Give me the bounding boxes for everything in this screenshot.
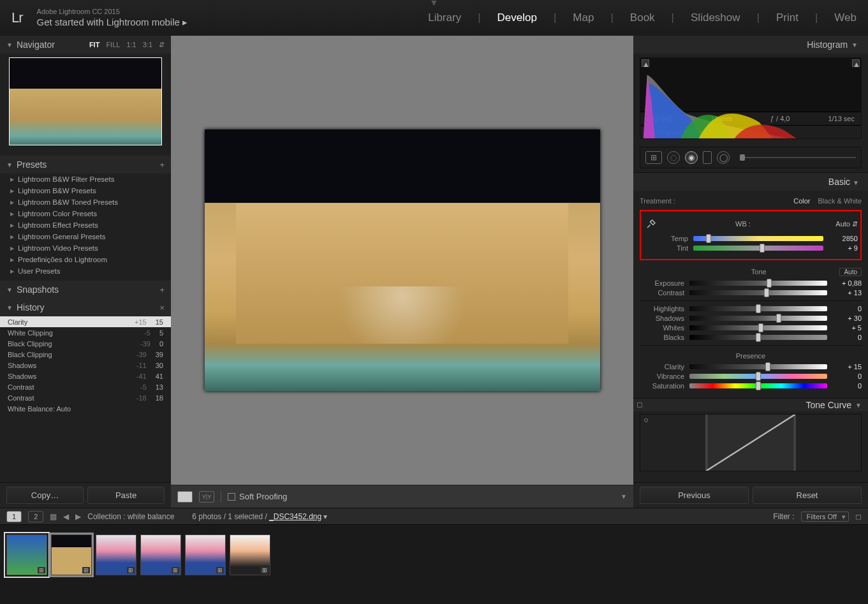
next-photo-icon[interactable]: ▶ xyxy=(75,512,81,521)
clarity-slider[interactable] xyxy=(689,364,827,369)
histogram-canvas[interactable]: ▲ ▲ xyxy=(640,58,861,112)
zoom-FIT[interactable]: FIT xyxy=(89,41,100,49)
module-map[interactable]: Map xyxy=(573,11,594,24)
clear-history-icon[interactable]: × xyxy=(159,303,165,313)
navigator-preview[interactable] xyxy=(9,57,162,145)
blacks-slider[interactable] xyxy=(689,335,827,340)
paste-button[interactable]: Paste xyxy=(87,487,165,504)
spot-tool-icon[interactable]: ◌ xyxy=(667,151,680,164)
preset-folder[interactable]: ▶Predefinições do Lightroom xyxy=(4,254,167,265)
tint-slider[interactable] xyxy=(693,246,823,251)
copy-button[interactable]: Copy… xyxy=(6,487,84,504)
filename[interactable]: _DSC3452.dng xyxy=(269,512,321,521)
image-viewport[interactable] xyxy=(171,36,633,485)
clarity-value[interactable]: + 15 xyxy=(832,363,862,371)
add-preset-icon[interactable]: + xyxy=(159,160,165,170)
history-row[interactable]: Shadows-1130 xyxy=(0,360,171,371)
whites-value[interactable]: + 5 xyxy=(832,324,862,332)
eyedropper-icon[interactable] xyxy=(644,216,659,232)
history-row[interactable]: White Balance: Auto xyxy=(0,403,171,414)
panel-switch-bar[interactable]: Tone Curve ▼ xyxy=(633,398,868,411)
previous-button[interactable]: Previous xyxy=(640,487,749,504)
compare-view-icon[interactable]: Y|Y xyxy=(199,491,214,503)
exposure-value[interactable]: + 0,88 xyxy=(832,279,862,287)
preset-folder[interactable]: ▶Lightroom Video Presets xyxy=(4,242,167,254)
prev-photo-icon[interactable]: ◀ xyxy=(63,512,69,521)
tone-auto-button[interactable]: Auto xyxy=(839,268,862,276)
snapshots-header[interactable]: ▼ Snapshots + xyxy=(0,281,171,298)
zoom-FILL[interactable]: FILL xyxy=(106,41,120,49)
loupe-view-icon[interactable] xyxy=(177,491,193,503)
filmstrip-thumb[interactable]: ⊞ xyxy=(51,534,92,575)
wb-preset-dropdown[interactable]: Auto ⇵ xyxy=(827,220,858,228)
preset-folder[interactable]: ▶Lightroom Color Presets xyxy=(4,208,167,219)
history-row[interactable]: Clarity+1515 xyxy=(0,316,171,327)
presets-header[interactable]: ▼ Presets + xyxy=(0,156,171,173)
preset-folder[interactable]: ▶Lightroom B&W Presets xyxy=(4,185,167,196)
history-row[interactable]: Contrast-513 xyxy=(0,381,171,392)
module-print[interactable]: Print xyxy=(776,11,798,24)
zoom-1-1[interactable]: 1:1 xyxy=(126,41,136,49)
preset-folder[interactable]: ▶Lightroom General Presets xyxy=(4,231,167,242)
preset-folder[interactable]: ▶Lightroom B&W Toned Presets xyxy=(4,196,167,208)
filter-lock-icon[interactable]: ◻ xyxy=(855,512,862,521)
basic-header[interactable]: Basic▼ xyxy=(633,172,868,191)
radial-filter-icon[interactable]: ◯ xyxy=(717,151,730,164)
collection-label[interactable]: Collection : white balance xyxy=(87,512,174,521)
zoom-more-icon[interactable]: ⇵ xyxy=(159,41,165,49)
monitor-2-button[interactable]: 2 xyxy=(28,511,43,522)
shadows-value[interactable]: + 30 xyxy=(832,314,862,322)
tonecurve-canvas[interactable] xyxy=(640,415,861,471)
redeye-tool-icon[interactable]: ◉ xyxy=(685,151,698,164)
filmstrip-thumb[interactable]: ⊞ xyxy=(230,534,270,575)
history-row[interactable]: Black Clipping-3939 xyxy=(0,349,171,360)
navigator-header[interactable]: ▼ Navigator FITFILL1:13:1⇵ xyxy=(0,36,171,54)
whites-slider[interactable] xyxy=(689,325,827,330)
promo-link[interactable]: Get started with Lightroom mobile ▸ xyxy=(37,17,188,28)
filmstrip-thumb[interactable]: ⊞ xyxy=(140,534,181,575)
toolbar-dropdown-icon[interactable]: ▼ xyxy=(621,493,627,500)
zoom-3-1[interactable]: 3:1 xyxy=(143,41,152,49)
reset-button[interactable]: Reset xyxy=(753,487,862,504)
highlights-slider[interactable] xyxy=(689,306,827,311)
temp-value[interactable]: 2850 xyxy=(828,235,858,242)
brush-size-slider[interactable] xyxy=(740,157,856,158)
grad-filter-icon[interactable] xyxy=(703,151,712,164)
preset-folder[interactable]: ▶Lightroom Effect Presets xyxy=(4,219,167,231)
history-row[interactable]: Contrast-1818 xyxy=(0,392,171,403)
monitor-1-button[interactable]: 1 xyxy=(6,511,22,522)
history-row[interactable]: White Clipping-55 xyxy=(0,327,171,338)
grid-view-icon[interactable]: ▦ xyxy=(50,512,57,521)
blacks-value[interactable]: 0 xyxy=(832,334,862,341)
soft-proofing-toggle[interactable]: Soft Proofing xyxy=(228,492,287,501)
exposure-slider[interactable] xyxy=(689,281,827,286)
highlights-value[interactable]: 0 xyxy=(832,305,862,313)
preset-folder[interactable]: ▶User Presets xyxy=(4,265,167,277)
filmstrip-thumb[interactable]: ⊞ xyxy=(6,534,47,575)
history-row[interactable]: Shadows-4141 xyxy=(0,371,171,381)
filmstrip-thumb[interactable]: ⊞ xyxy=(96,534,136,575)
module-library[interactable]: Library xyxy=(428,11,461,24)
shadows-slider[interactable] xyxy=(689,316,827,321)
tint-value[interactable]: + 9 xyxy=(828,244,858,252)
menu-chevron-icon[interactable]: ▼ xyxy=(430,0,439,8)
temp-slider[interactable] xyxy=(693,236,823,241)
crop-tool-icon[interactable]: ⊞ xyxy=(645,151,662,164)
main-photo[interactable] xyxy=(205,129,600,391)
module-book[interactable]: Book xyxy=(630,11,655,24)
filter-dropdown[interactable]: Filters Off xyxy=(801,512,849,522)
saturation-value[interactable]: 0 xyxy=(832,382,862,390)
module-develop[interactable]: Develop xyxy=(497,11,537,24)
filmstrip[interactable]: ⊞⊞⊞⊞⊞⊞ xyxy=(0,524,868,584)
saturation-slider[interactable] xyxy=(689,383,827,388)
checkbox-icon[interactable] xyxy=(228,493,235,501)
treatment-black-white[interactable]: Black & White xyxy=(818,197,862,205)
contrast-slider[interactable] xyxy=(689,290,827,295)
contrast-value[interactable]: + 13 xyxy=(832,289,862,297)
panel-switch-icon[interactable] xyxy=(637,402,642,408)
add-snapshot-icon[interactable]: + xyxy=(159,285,165,295)
treatment-color[interactable]: Color xyxy=(793,197,810,205)
history-row[interactable]: Black Clipping-390 xyxy=(0,338,171,349)
module-slideshow[interactable]: Slideshow xyxy=(691,11,740,24)
vibrance-value[interactable]: 0 xyxy=(832,372,862,380)
